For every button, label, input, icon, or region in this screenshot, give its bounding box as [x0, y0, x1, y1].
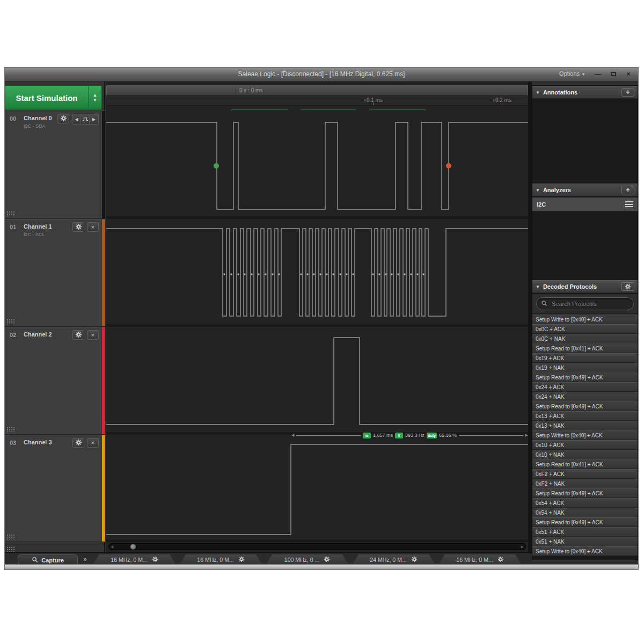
collapse-triangle-icon[interactable]: ▼ [536, 284, 540, 289]
capture-tab[interactable]: Capture [18, 554, 78, 564]
protocol-row[interactable]: 0x13 + NAK [532, 421, 638, 430]
channel-row[interactable]: 02 Channel 2 × [5, 327, 105, 435]
protocol-row[interactable]: 0x19 + NAK [532, 363, 638, 372]
protocol-row[interactable]: 0x54 + ACK [532, 498, 638, 508]
add-annotation-button[interactable]: + [621, 88, 634, 97]
protocol-row[interactable]: Setup Read to [0x49] + ACK [532, 488, 638, 498]
channel-remove-button[interactable]: × [87, 222, 99, 232]
window-frame-bottom [5, 564, 638, 569]
analyzer-label: I2C [537, 201, 625, 208]
minimize-button[interactable]: — [591, 69, 605, 79]
decoded-settings-button[interactable] [621, 282, 634, 291]
protocol-row[interactable]: 0x0C + ACK [532, 324, 638, 334]
decoded-protocols-header[interactable]: ▼ Decoded Protocols [532, 280, 638, 293]
resize-grip[interactable] [6, 546, 14, 552]
protocol-row[interactable]: 0x19 + ACK [532, 353, 638, 363]
next-edge-icon[interactable]: ▶ [90, 114, 98, 124]
gear-icon[interactable] [411, 555, 418, 564]
waveform-channel-1[interactable] [106, 219, 528, 327]
gear-icon [75, 223, 82, 231]
channel-remove-button[interactable]: × [87, 438, 99, 448]
protocol-row[interactable]: 0x54 + NAK [532, 508, 638, 517]
protocol-row[interactable]: 0x10 + NAK [532, 450, 638, 459]
channel-resize-grip[interactable] [6, 534, 14, 539]
edge-navigation[interactable]: ◀▶ [72, 114, 99, 125]
start-options-dropdown[interactable]: ▲▼ [88, 86, 101, 109]
annotations-header[interactable]: ▼ Annotations + [532, 86, 638, 99]
channel-index: 03 [10, 440, 16, 446]
horizontal-scrollbar[interactable]: ◀ ▶ [108, 543, 526, 550]
channel-sidebar: Start Simulation ▲▼ 00 Channel 0 I2C - S… [5, 82, 105, 564]
menu-icon[interactable] [625, 201, 633, 207]
device-tab[interactable]: 24 MHz, 0 M... [352, 554, 435, 564]
channel-settings-button[interactable] [57, 114, 69, 123]
channel-settings-button[interactable] [72, 438, 84, 448]
options-menu-button[interactable]: Options ▼ [559, 70, 586, 77]
search-input[interactable] [551, 300, 629, 308]
scrollbar-thumb[interactable] [130, 544, 136, 550]
device-tab[interactable]: 16 MHz, 0 M... [93, 554, 176, 564]
protocol-row[interactable]: Setup Write to [0x40] + ACK [532, 546, 638, 556]
protocol-row[interactable]: Setup Write to [0x40] + ACK [532, 430, 638, 440]
channel-row[interactable]: 03 Channel 3 × [5, 435, 105, 542]
protocol-row[interactable]: 0x13 + ACK [532, 411, 638, 421]
channel-row[interactable]: 01 Channel 1 I2C - SCL × [5, 219, 105, 327]
main-content: Start Simulation ▲▼ 00 Channel 0 I2C - S… [5, 82, 638, 564]
title-bar[interactable]: Saleae Logic - [Disconnected] - [16 MHz … [5, 68, 638, 82]
gear-icon[interactable] [152, 555, 158, 564]
time-ruler[interactable]: 0 s : 0 ms [106, 85, 528, 96]
time-tick-row[interactable]: +0.1 ms +0.2 ms [106, 96, 528, 106]
device-tab[interactable]: 16 MHz, 0 M... [179, 554, 262, 564]
gear-icon[interactable] [497, 555, 504, 564]
width-value: 1.657 ms [373, 433, 393, 438]
start-simulation-button[interactable]: Start Simulation ▲▼ [5, 85, 102, 110]
waveform-channel-3[interactable] [106, 435, 528, 542]
right-panel: ▼ Annotations + ▼ Analyzers + I2C ▼ Deco… [532, 85, 638, 560]
close-button[interactable]: × [621, 69, 635, 79]
collapse-triangle-icon[interactable]: ▼ [536, 90, 540, 95]
prev-edge-icon[interactable]: ◀ [72, 114, 81, 124]
channel-index: 01 [10, 224, 16, 230]
measure-right-arrow-icon: ▶ [525, 431, 528, 439]
scroll-right-icon[interactable]: ▶ [521, 545, 524, 549]
channel-resize-grip[interactable] [6, 211, 14, 216]
collapse-triangle-icon[interactable]: ▼ [536, 188, 540, 193]
channel-resize-grip[interactable] [6, 427, 14, 432]
scroll-left-icon[interactable]: ◀ [111, 545, 113, 549]
channel-settings-button[interactable] [72, 330, 84, 340]
search-box[interactable] [536, 297, 634, 310]
protocol-row[interactable]: Setup Read to [0x41] + ACK [532, 459, 638, 469]
protocol-row[interactable]: 0xF2 + ACK [532, 469, 638, 479]
maximize-button[interactable] [606, 69, 620, 79]
gear-icon[interactable] [324, 555, 330, 564]
analyzers-header[interactable]: ▼ Analyzers + [532, 184, 638, 196]
device-tab[interactable]: 16 MHz, 0 M... [438, 554, 522, 564]
protocol-row[interactable]: 0x10 + ACK [532, 440, 638, 450]
analyzer-item-i2c[interactable]: I2C [532, 197, 638, 211]
add-analyzer-button[interactable]: + [621, 186, 634, 194]
protocol-row[interactable]: Setup Read to [0x49] + ACK [532, 401, 638, 411]
protocol-row[interactable]: 0x24 + NAK [532, 392, 638, 401]
protocol-row[interactable]: Setup Write to [0x40] + ACK [532, 314, 638, 324]
protocol-row[interactable]: 0x24 + ACK [532, 382, 638, 392]
channel-resize-grip[interactable] [6, 319, 14, 324]
channel-remove-button[interactable]: × [87, 330, 99, 340]
waveform-channel-2[interactable] [106, 327, 528, 435]
bottom-bar: Capture » 16 MHz, 0 M... 16 MHz, 0 M... … [5, 552, 532, 564]
protocol-row[interactable]: 0x0C + NAK [532, 334, 638, 343]
protocol-row[interactable]: Setup Read to [0x41] + ACK [532, 343, 638, 353]
protocol-row[interactable]: 0xF2 + NAK [532, 479, 638, 488]
device-tab[interactable]: 100 MHz, 0 ... [266, 554, 349, 564]
expand-tabs-button[interactable]: » [83, 555, 87, 563]
channel-settings-button[interactable] [72, 222, 84, 232]
protocol-row[interactable]: Setup Read to [0x49] + ACK [532, 517, 638, 527]
channel-row[interactable]: 00 Channel 0 I2C - SDA ◀▶ [5, 111, 105, 219]
protocol-row[interactable]: Setup Read to [0x49] + ACK [532, 372, 638, 382]
gear-icon[interactable] [238, 555, 245, 564]
protocol-row[interactable]: 0x51 + NAK [532, 537, 638, 546]
width-icon: w [363, 433, 371, 438]
frequency-icon: ‖ [395, 433, 403, 438]
waveform-plot [106, 219, 528, 324]
waveform-channel-0[interactable] [106, 111, 528, 219]
protocol-row[interactable]: 0x51 + ACK [532, 527, 638, 537]
